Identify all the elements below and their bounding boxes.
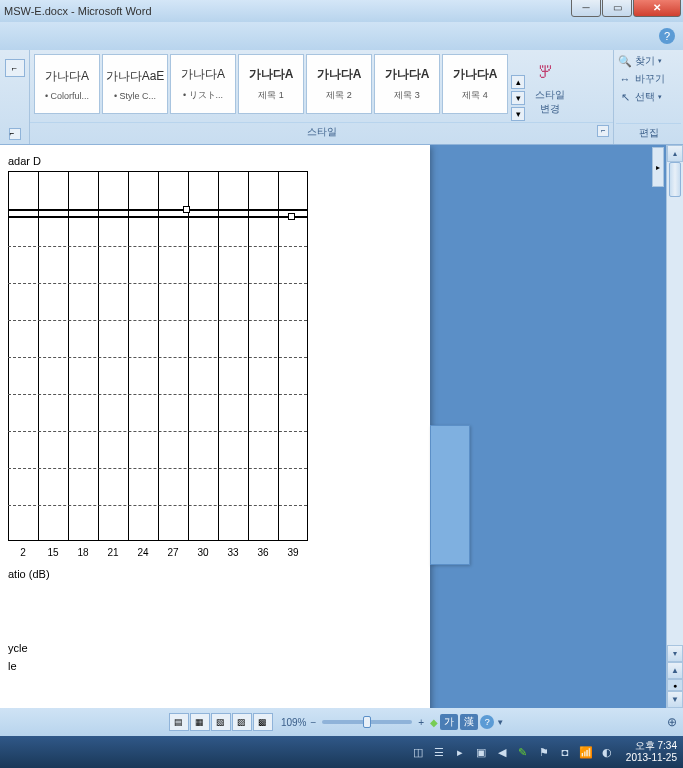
styles-group-label: 스타일 ⌐ [30,122,613,141]
ime-hanja[interactable]: 漢 [460,714,478,730]
ime-help-icon[interactable]: ? [480,715,494,729]
x-tick: 24 [128,547,158,558]
x-tick: 27 [158,547,188,558]
minimize-button[interactable]: ─ [571,0,601,17]
x-tick: 21 [98,547,128,558]
view-buttons: ▤ ▦ ▧ ▨ ▩ [169,713,273,731]
web-layout-view-button[interactable]: ▧ [211,713,231,731]
tray-icon[interactable]: ▸ [452,744,468,760]
close-button[interactable]: ✕ [633,0,681,17]
outline-view-button[interactable]: ▨ [232,713,252,731]
ime-dropdown-icon[interactable]: ▼ [496,718,504,727]
expand-icon[interactable]: ⊕ [667,715,677,729]
styles-gallery: 가나다A• Colorful... 가나다AaE• Style C... 가나다… [30,50,613,122]
network-icon[interactable]: 📶 [578,744,594,760]
tray-icon[interactable]: ☰ [431,744,447,760]
zoom-level[interactable]: 109% [281,717,307,728]
replace-icon: ↔ [618,72,632,86]
cursor-icon: ↖ [618,90,632,104]
x-tick: 15 [38,547,68,558]
full-screen-view-button[interactable]: ▦ [190,713,210,731]
clipboard-toggle[interactable]: ▸ [652,147,664,187]
x-tick: 33 [218,547,248,558]
change-styles-icon: ꂖ [536,60,564,88]
zoom-slider[interactable] [322,720,412,724]
browse-object-button[interactable]: ● [667,679,683,691]
taskbar[interactable]: ◫ ☰ ▸ ▣ ◀ ✎ ⚑ ◘ 📶 ◐ 오후 7:34 2013-11-25 [0,736,683,768]
chevron-down-icon: ▾ [658,93,662,101]
scroll-down-button[interactable]: ▾ [667,645,683,662]
binoculars-icon: 🔍 [618,54,632,68]
find-button[interactable]: 🔍 찾기 ▾ [616,52,681,70]
tray-icon[interactable]: ✎ [515,744,531,760]
vertical-scrollbar[interactable]: ▴ ▾ ▲ ● ▼ [666,145,683,708]
x-tick: 39 [278,547,308,558]
tray-icon[interactable]: ◘ [557,744,573,760]
styles-more-button[interactable]: ▾ [511,107,525,121]
x-tick: 18 [68,547,98,558]
ime-mode[interactable]: 가 [440,714,458,730]
style-item[interactable]: 가나다A• リスト... [170,54,236,114]
editing-group: 🔍 찾기 ▾ ↔ 바꾸기 ↖ 선택 ▾ 편집 [613,50,683,144]
document-area[interactable]: adar D 2151821242730333639 atio (dB) ycl… [0,145,666,708]
window-controls: ─ ▭ ✕ [571,0,681,17]
styles-dialog-launcher[interactable]: ⌐ [597,125,609,137]
scroll-up-button[interactable]: ▴ [667,145,683,162]
styles-scroll: ▴ ▾ ▾ [510,54,524,122]
tray-icon[interactable]: ◐ [599,744,615,760]
zoom-slider-thumb[interactable] [363,716,371,728]
style-item[interactable]: 가나다AaE• Style C... [102,54,168,114]
styles-down-button[interactable]: ▾ [511,91,525,105]
tray-icon[interactable]: ▣ [473,744,489,760]
scroll-thumb[interactable] [669,162,681,197]
tray-icon[interactable]: ◫ [410,744,426,760]
body-text: ycle le [8,640,422,675]
volume-icon[interactable]: ◀ [494,744,510,760]
ribbon-left-tools: ⌐ ⌐ [0,50,30,144]
flag-icon[interactable]: ⚑ [536,744,552,760]
embedded-chart[interactable] [8,171,308,541]
style-item[interactable]: 가나다A• Colorful... [34,54,100,114]
next-page-button[interactable]: ▼ [667,691,683,708]
chevron-down-icon: ▾ [658,57,662,65]
x-tick: 2 [8,547,38,558]
statusbar: ▤ ▦ ▧ ▨ ▩ 109% − + ◆ 가 漢 ? ▼ ⊕ [0,708,683,736]
select-button[interactable]: ↖ 선택 ▾ [616,88,681,106]
editing-group-label: 편집 [616,123,681,142]
background-window[interactable] [430,425,470,565]
format-painter-button[interactable]: ⌐ [5,59,25,77]
expand-icon[interactable]: ⌐ [9,128,21,140]
x-axis-label: atio (dB) [8,568,422,580]
styles-group: 가나다A• Colorful... 가나다AaE• Style C... 가나다… [30,50,613,144]
styles-up-button[interactable]: ▴ [511,75,525,89]
x-tick: 36 [248,547,278,558]
ribbon-tabs-row: ? [0,22,683,50]
maximize-button[interactable]: ▭ [602,0,632,17]
change-styles-button[interactable]: ꂖ 스타일 변경 [526,54,574,122]
style-item[interactable]: 가나다A제목 4 [442,54,508,114]
x-tick-labels: 2151821242730333639 [8,547,308,558]
zoom-in-button[interactable]: + [418,717,424,728]
zoom-out-button[interactable]: − [310,717,316,728]
ime-icon[interactable]: ◆ [430,717,438,728]
prev-page-button[interactable]: ▲ [667,662,683,679]
draft-view-button[interactable]: ▩ [253,713,273,731]
style-item[interactable]: 가나다A제목 2 [306,54,372,114]
window-title: MSW-E.docx - Microsoft Word [4,5,152,17]
titlebar: MSW-E.docx - Microsoft Word ─ ▭ ✕ [0,0,683,22]
print-layout-view-button[interactable]: ▤ [169,713,189,731]
style-item[interactable]: 가나다A제목 3 [374,54,440,114]
style-item[interactable]: 가나다A제목 1 [238,54,304,114]
system-tray: ◫ ☰ ▸ ▣ ◀ ✎ ⚑ ◘ 📶 ◐ 오후 7:34 2013-11-25 [410,740,677,764]
chart-title: adar D [8,155,422,167]
x-tick: 30 [188,547,218,558]
ime-indicator: ◆ 가 漢 ? ▼ [430,714,504,730]
help-icon[interactable]: ? [659,28,675,44]
replace-button[interactable]: ↔ 바꾸기 [616,70,681,88]
ribbon: ⌐ ⌐ 가나다A• Colorful... 가나다AaE• Style C...… [0,50,683,145]
clock[interactable]: 오후 7:34 2013-11-25 [626,740,677,764]
page[interactable]: adar D 2151821242730333639 atio (dB) ycl… [0,145,430,708]
